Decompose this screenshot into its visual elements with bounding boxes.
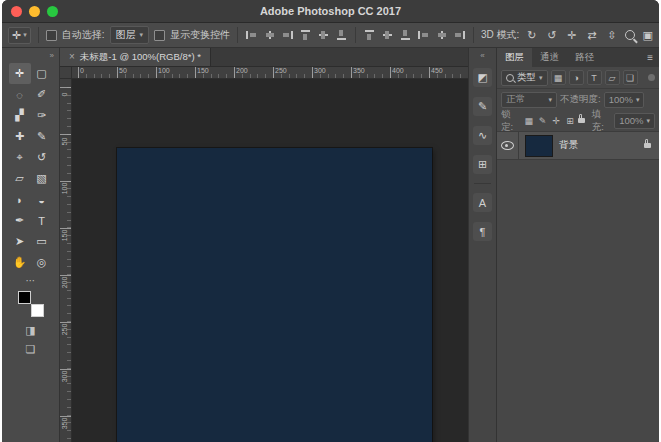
clone-stamp-tool-icon: ⌖ (16, 151, 22, 164)
filter-kind-dropdown[interactable]: 类型 ▾ (501, 70, 548, 86)
vertical-ruler[interactable]: 0 50 100 150 200 250 300 350 (60, 79, 72, 442)
layer-row[interactable]: 背景 (497, 132, 659, 160)
distribute-left-icon[interactable] (417, 29, 430, 41)
fill-label: 填充: (592, 108, 611, 134)
align-bottom-icon[interactable] (335, 29, 348, 41)
document-canvas[interactable] (117, 148, 432, 442)
zoom-tool[interactable]: ◎ (31, 252, 53, 273)
crop-tool[interactable]: ▞ (9, 105, 31, 126)
move-tool[interactable]: ✛ (9, 63, 31, 84)
tab-channels[interactable]: 通道 (532, 48, 567, 67)
auto-select-target-dropdown[interactable]: 图层 ▾ (110, 26, 150, 44)
clone-stamp-tool[interactable]: ⌖ (9, 147, 31, 168)
ruler-label: 50 (61, 132, 68, 152)
distribute-center-h-icon[interactable] (435, 29, 448, 41)
orbit-3d-icon[interactable]: ↻ (524, 29, 539, 42)
panel-menu-icon[interactable]: ≡ (641, 48, 659, 67)
hand-tool[interactable]: ✋ (9, 252, 31, 273)
window-title: Adobe Photoshop CC 2017 (2, 0, 659, 22)
pen-tool[interactable]: ✒ (9, 210, 31, 231)
distribute-right-icon[interactable] (453, 29, 466, 41)
tools-collapse-chevron-icon[interactable]: » (2, 48, 59, 63)
dock-collapse-chevron-icon[interactable]: « (469, 48, 496, 63)
ruler-label: 300 (314, 67, 326, 74)
type-tool[interactable]: T (31, 210, 53, 231)
eraser-tool[interactable]: ▱ (9, 168, 31, 189)
lock-position-icon[interactable]: ✛ (551, 116, 562, 126)
blend-mode-value: 正常 (506, 93, 525, 106)
align-right-icon[interactable] (281, 29, 294, 41)
distribute-bottom-icon[interactable] (399, 29, 412, 41)
fill-field[interactable]: 100% ▾ (614, 113, 655, 129)
ruler-label: 200 (61, 273, 68, 293)
background-color-swatch[interactable] (31, 304, 44, 317)
lock-image-pixels-icon[interactable]: ✎ (537, 116, 548, 126)
color-swatches[interactable] (17, 290, 45, 318)
align-left-icon[interactable] (245, 29, 258, 41)
show-transform-checkbox[interactable] (154, 30, 165, 41)
align-center-h-icon[interactable] (263, 29, 276, 41)
ruler-label: 400 (392, 67, 404, 74)
path-selection-tool[interactable]: ➤ (9, 231, 31, 252)
rectangle-tool[interactable]: ▭ (31, 231, 53, 252)
lasso-tool[interactable]: ◌ (9, 84, 31, 105)
history-brush-tool[interactable]: ↺ (31, 147, 53, 168)
paragraph-panel-icon[interactable]: ¶ (473, 222, 492, 241)
gradient-tool[interactable]: ▧ (31, 168, 53, 189)
align-center-v-icon[interactable] (317, 29, 330, 41)
blend-mode-dropdown[interactable]: 正常 ▾ (501, 92, 557, 108)
libraries-panel-icon[interactable]: ⊞ (473, 155, 492, 174)
tool-preset-picker[interactable]: ✛ ▾ (8, 27, 31, 44)
lock-transparent-pixels-icon[interactable]: ▦ (523, 116, 534, 126)
lock-all-icon[interactable] (578, 118, 584, 123)
workspace-switcher-icon[interactable]: ▣ (643, 29, 653, 42)
foreground-color-swatch[interactable] (18, 291, 31, 304)
horizontal-ruler[interactable]: 0 50 100 150 200 250 300 350 400 450 (72, 67, 468, 79)
character-panel-icon[interactable]: A (473, 193, 492, 212)
tools-grid: ✛ ▢ ◌ ✐ ▞ ✑ ✚ ✎ ⌖ ↺ ▱ ▧ ◗ ◒ ✒ T ➤ ▭ ✋ ◎ (9, 63, 53, 273)
close-tab-icon[interactable]: × (69, 52, 75, 62)
filter-adjustment-layers-icon[interactable]: ◑ (569, 70, 584, 85)
distribute-center-v-icon[interactable] (381, 29, 394, 41)
tab-paths[interactable]: 路径 (567, 48, 602, 67)
filter-shape-layers-icon[interactable]: ▱ (605, 70, 620, 85)
search-icon[interactable] (625, 30, 635, 40)
opacity-field[interactable]: 100% ▾ (604, 92, 645, 108)
auto-select-value: 图层 (116, 28, 136, 42)
marquee-tool[interactable]: ▢ (31, 63, 53, 84)
canvas-zone[interactable]: 0 50 100 150 200 250 300 350 400 450 0 5… (60, 67, 468, 442)
document-tab[interactable]: × 未标题-1 @ 100%(RGB/8*) * (60, 48, 211, 66)
brush-tool-icon: ✎ (37, 130, 46, 143)
ruler-corner[interactable] (60, 67, 72, 79)
quick-selection-tool[interactable]: ✐ (31, 84, 53, 105)
tab-layers[interactable]: 图层 (497, 48, 532, 67)
brush-tool[interactable]: ✎ (31, 126, 53, 147)
filter-type-layers-icon[interactable]: T (587, 70, 602, 85)
marquee-tool-icon: ▢ (36, 67, 46, 80)
layer-filter-toggle[interactable] (648, 74, 655, 81)
screen-mode-icon[interactable]: ❏ (26, 343, 36, 356)
auto-select-checkbox[interactable] (46, 30, 57, 41)
edit-toolbar-icon[interactable]: ⋯ (26, 275, 36, 286)
layer-thumbnail[interactable] (525, 135, 553, 157)
roll-3d-icon[interactable]: ↺ (544, 29, 559, 42)
slide-3d-icon[interactable]: ⇄ (584, 29, 599, 42)
scale-3d-icon[interactable]: ⇳ (604, 29, 619, 42)
chevron-down-icon: ▾ (647, 117, 651, 125)
layer-visibility-toggle[interactable] (497, 132, 519, 159)
dodge-tool[interactable]: ◒ (31, 189, 53, 210)
distribute-top-icon[interactable] (363, 29, 376, 41)
filter-smart-objects-icon[interactable]: ❏ (623, 70, 638, 85)
lock-artboard-icon[interactable]: ⊞ (565, 116, 576, 126)
pan-3d-icon[interactable]: ✛ (564, 29, 579, 42)
ruler-label: 50 (119, 67, 127, 74)
blur-tool[interactable]: ◗ (9, 189, 31, 210)
healing-brush-tool[interactable]: ✚ (9, 126, 31, 147)
properties-panel-icon[interactable]: ✎ (473, 97, 492, 116)
quick-mask-icon[interactable]: ◨ (25, 324, 35, 337)
adjustments-panel-icon[interactable]: ∿ (473, 126, 492, 145)
color-panel-icon[interactable]: ◩ (473, 68, 492, 87)
filter-pixel-layers-icon[interactable]: ▦ (551, 70, 566, 85)
align-top-icon[interactable] (299, 29, 312, 41)
eyedropper-tool[interactable]: ✑ (31, 105, 53, 126)
